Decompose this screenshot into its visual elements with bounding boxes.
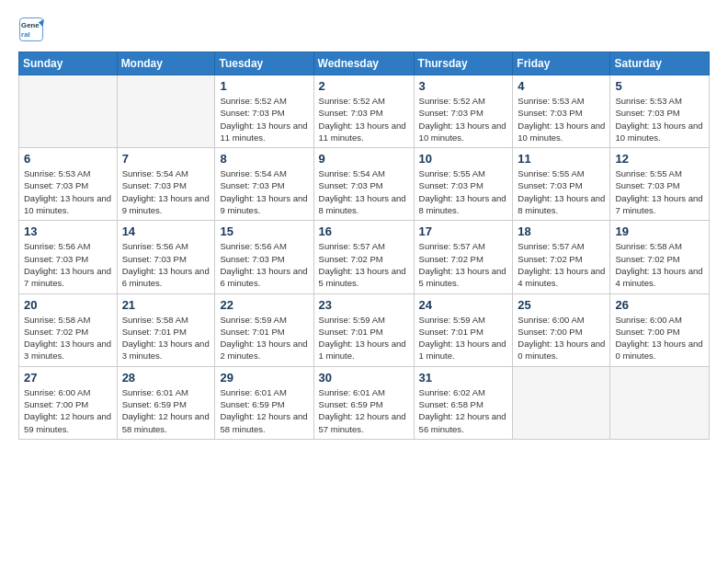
page-header: Gene ral	[18, 17, 710, 42]
day-info: Sunrise: 5:57 AMSunset: 7:02 PMDaylight:…	[419, 240, 508, 289]
day-info: Sunrise: 5:57 AMSunset: 7:02 PMDaylight:…	[319, 240, 409, 289]
calendar-day-cell: 30Sunrise: 6:01 AMSunset: 6:59 PMDayligh…	[313, 366, 414, 439]
calendar-day-cell: 13Sunrise: 5:56 AMSunset: 7:03 PMDayligh…	[19, 221, 118, 293]
day-number: 21	[122, 298, 210, 312]
day-info: Sunrise: 5:57 AMSunset: 7:02 PMDaylight:…	[518, 240, 605, 289]
calendar-header-row: Sunday Monday Tuesday Wednesday Thursday…	[19, 52, 710, 75]
day-info: Sunrise: 5:55 AMSunset: 7:03 PMDaylight:…	[518, 167, 605, 216]
calendar-day-cell: 24Sunrise: 5:59 AMSunset: 7:01 PMDayligh…	[414, 293, 513, 366]
calendar-week-row: 1Sunrise: 5:52 AMSunset: 7:03 PMDaylight…	[19, 75, 710, 148]
day-info: Sunrise: 5:58 AMSunset: 7:01 PMDaylight:…	[122, 314, 210, 362]
col-saturday: Saturday	[610, 52, 710, 75]
calendar-day-cell: 5Sunrise: 5:53 AMSunset: 7:03 PMDaylight…	[610, 75, 710, 148]
day-number: 29	[220, 371, 308, 385]
day-info: Sunrise: 6:00 AMSunset: 7:00 PMDaylight:…	[24, 386, 112, 435]
calendar-day-cell	[513, 366, 610, 439]
calendar-day-cell	[19, 75, 118, 148]
col-sunday: Sunday	[19, 52, 118, 75]
calendar-day-cell: 26Sunrise: 6:00 AMSunset: 7:00 PMDayligh…	[610, 293, 710, 366]
day-info: Sunrise: 6:01 AMSunset: 6:59 PMDaylight:…	[220, 386, 308, 435]
day-info: Sunrise: 6:00 AMSunset: 7:00 PMDaylight:…	[615, 314, 704, 362]
day-info: Sunrise: 5:58 AMSunset: 7:02 PMDaylight:…	[24, 314, 112, 362]
calendar-day-cell: 16Sunrise: 5:57 AMSunset: 7:02 PMDayligh…	[313, 221, 414, 293]
calendar-day-cell: 21Sunrise: 5:58 AMSunset: 7:01 PMDayligh…	[117, 293, 215, 366]
day-info: Sunrise: 5:52 AMSunset: 7:03 PMDaylight:…	[319, 95, 409, 144]
col-wednesday: Wednesday	[313, 52, 414, 75]
calendar-day-cell: 15Sunrise: 5:56 AMSunset: 7:03 PMDayligh…	[215, 221, 313, 293]
day-number: 23	[319, 298, 409, 312]
day-number: 12	[615, 152, 704, 166]
calendar-day-cell: 29Sunrise: 6:01 AMSunset: 6:59 PMDayligh…	[215, 366, 313, 439]
day-number: 27	[24, 371, 112, 385]
col-friday: Friday	[513, 52, 610, 75]
day-number: 16	[319, 224, 409, 238]
day-info: Sunrise: 5:54 AMSunset: 7:03 PMDaylight:…	[220, 167, 308, 216]
day-number: 22	[220, 298, 308, 312]
calendar-day-cell: 22Sunrise: 5:59 AMSunset: 7:01 PMDayligh…	[215, 293, 313, 366]
col-tuesday: Tuesday	[215, 52, 313, 75]
day-number: 8	[220, 152, 308, 166]
calendar-day-cell: 2Sunrise: 5:52 AMSunset: 7:03 PMDaylight…	[313, 75, 414, 148]
calendar-week-row: 13Sunrise: 5:56 AMSunset: 7:03 PMDayligh…	[19, 221, 710, 293]
calendar-day-cell: 4Sunrise: 5:53 AMSunset: 7:03 PMDaylight…	[513, 75, 610, 148]
day-info: Sunrise: 5:59 AMSunset: 7:01 PMDaylight:…	[419, 314, 508, 362]
calendar-day-cell: 14Sunrise: 5:56 AMSunset: 7:03 PMDayligh…	[117, 221, 215, 293]
day-number: 9	[319, 152, 409, 166]
calendar-day-cell: 17Sunrise: 5:57 AMSunset: 7:02 PMDayligh…	[414, 221, 513, 293]
calendar-day-cell: 20Sunrise: 5:58 AMSunset: 7:02 PMDayligh…	[19, 293, 118, 366]
calendar-day-cell: 1Sunrise: 5:52 AMSunset: 7:03 PMDaylight…	[215, 75, 313, 148]
calendar-table: Sunday Monday Tuesday Wednesday Thursday…	[18, 52, 710, 440]
calendar-day-cell: 25Sunrise: 6:00 AMSunset: 7:00 PMDayligh…	[513, 293, 610, 366]
calendar-day-cell: 3Sunrise: 5:52 AMSunset: 7:03 PMDaylight…	[414, 75, 513, 148]
day-number: 10	[419, 152, 508, 166]
calendar-day-cell: 23Sunrise: 5:59 AMSunset: 7:01 PMDayligh…	[313, 293, 414, 366]
day-number: 31	[419, 371, 508, 385]
day-info: Sunrise: 5:53 AMSunset: 7:03 PMDaylight:…	[518, 95, 605, 144]
day-number: 30	[319, 371, 409, 385]
day-number: 4	[518, 79, 605, 93]
calendar-day-cell: 9Sunrise: 5:54 AMSunset: 7:03 PMDaylight…	[313, 148, 414, 221]
day-info: Sunrise: 5:55 AMSunset: 7:03 PMDaylight:…	[419, 167, 508, 216]
day-info: Sunrise: 6:01 AMSunset: 6:59 PMDaylight:…	[122, 386, 210, 435]
calendar-day-cell: 12Sunrise: 5:55 AMSunset: 7:03 PMDayligh…	[610, 148, 710, 221]
day-info: Sunrise: 5:53 AMSunset: 7:03 PMDaylight:…	[615, 95, 704, 144]
day-number: 6	[24, 152, 112, 166]
day-info: Sunrise: 6:01 AMSunset: 6:59 PMDaylight:…	[319, 386, 409, 435]
day-number: 3	[419, 79, 508, 93]
day-number: 24	[419, 298, 508, 312]
day-number: 26	[615, 298, 704, 312]
calendar-day-cell: 18Sunrise: 5:57 AMSunset: 7:02 PMDayligh…	[513, 221, 610, 293]
day-info: Sunrise: 5:52 AMSunset: 7:03 PMDaylight:…	[419, 95, 508, 144]
svg-text:ral: ral	[21, 30, 30, 39]
day-info: Sunrise: 5:53 AMSunset: 7:03 PMDaylight:…	[24, 167, 112, 216]
day-number: 18	[518, 224, 605, 238]
day-number: 7	[122, 152, 210, 166]
calendar-day-cell	[117, 75, 215, 148]
logo: Gene ral	[18, 17, 46, 42]
calendar-day-cell: 8Sunrise: 5:54 AMSunset: 7:03 PMDaylight…	[215, 148, 313, 221]
day-number: 15	[220, 224, 308, 238]
col-monday: Monday	[117, 52, 215, 75]
day-info: Sunrise: 5:52 AMSunset: 7:03 PMDaylight:…	[220, 95, 308, 144]
day-info: Sunrise: 5:54 AMSunset: 7:03 PMDaylight:…	[319, 167, 409, 216]
calendar-day-cell: 7Sunrise: 5:54 AMSunset: 7:03 PMDaylight…	[117, 148, 215, 221]
day-number: 13	[24, 224, 112, 238]
day-info: Sunrise: 5:58 AMSunset: 7:02 PMDaylight:…	[615, 240, 704, 289]
day-number: 20	[24, 298, 112, 312]
day-info: Sunrise: 5:56 AMSunset: 7:03 PMDaylight:…	[24, 240, 112, 289]
day-info: Sunrise: 5:56 AMSunset: 7:03 PMDaylight:…	[220, 240, 308, 289]
day-info: Sunrise: 6:00 AMSunset: 7:00 PMDaylight:…	[518, 314, 605, 362]
day-info: Sunrise: 5:55 AMSunset: 7:03 PMDaylight:…	[615, 167, 704, 216]
calendar-day-cell: 10Sunrise: 5:55 AMSunset: 7:03 PMDayligh…	[414, 148, 513, 221]
calendar-day-cell: 31Sunrise: 6:02 AMSunset: 6:58 PMDayligh…	[414, 366, 513, 439]
day-number: 2	[319, 79, 409, 93]
calendar-week-row: 27Sunrise: 6:00 AMSunset: 7:00 PMDayligh…	[19, 366, 710, 439]
day-info: Sunrise: 6:02 AMSunset: 6:58 PMDaylight:…	[419, 386, 508, 435]
day-info: Sunrise: 5:56 AMSunset: 7:03 PMDaylight:…	[122, 240, 210, 289]
day-info: Sunrise: 5:59 AMSunset: 7:01 PMDaylight:…	[220, 314, 308, 362]
day-number: 1	[220, 79, 308, 93]
day-number: 19	[615, 224, 704, 238]
day-info: Sunrise: 5:59 AMSunset: 7:01 PMDaylight:…	[319, 314, 409, 362]
day-number: 28	[122, 371, 210, 385]
calendar-day-cell: 19Sunrise: 5:58 AMSunset: 7:02 PMDayligh…	[610, 221, 710, 293]
